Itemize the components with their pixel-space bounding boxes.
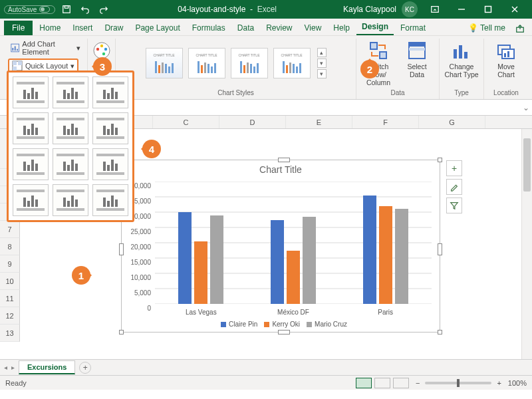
tab-insert[interactable]: Insert <box>67 21 98 35</box>
quick-layout-icon <box>12 61 23 71</box>
sheet-tab-excursions[interactable]: Excursions <box>19 360 75 374</box>
chart-legend[interactable]: Claire PinKerry OkiMario Cruz <box>122 321 440 328</box>
tab-view[interactable]: View <box>299 21 327 35</box>
chart-elements-button[interactable]: + <box>446 160 462 176</box>
col-f[interactable]: F <box>352 116 419 128</box>
chart-style-4[interactable]: CHART TITLE <box>273 48 311 78</box>
resize-handle[interactable] <box>438 158 442 162</box>
zoom-slider[interactable] <box>425 382 491 384</box>
tell-me[interactable]: 💡 Tell me <box>463 21 511 35</box>
svg-rect-1 <box>65 6 68 9</box>
layout-option-7[interactable] <box>13 148 49 180</box>
select-data-button[interactable]: SelectData <box>399 39 435 78</box>
svg-rect-25 <box>459 45 462 59</box>
layout-option-5[interactable] <box>53 112 88 144</box>
layout-option-11[interactable] <box>53 184 88 216</box>
group-type: Type <box>454 88 469 99</box>
add-sheet-button[interactable]: + <box>79 362 91 374</box>
view-page-layout-icon[interactable] <box>374 378 390 388</box>
chart-plot-area[interactable]: 05,00010,00015,00020,00025,00030,00035,0… <box>155 182 432 304</box>
resize-handle[interactable] <box>119 330 124 334</box>
tab-file[interactable]: File <box>4 21 33 35</box>
move-chart-button[interactable]: MoveChart <box>488 39 524 78</box>
chart-filters-button[interactable] <box>446 198 462 213</box>
tab-design[interactable]: Design <box>356 19 394 35</box>
chart-styles-button[interactable] <box>446 179 462 195</box>
chart-element-icon <box>11 43 19 53</box>
layout-option-12[interactable] <box>92 184 128 216</box>
layout-option-9[interactable] <box>92 148 128 180</box>
layout-option-2[interactable] <box>53 76 88 108</box>
svg-rect-11 <box>13 61 17 65</box>
select-data-icon <box>406 40 428 61</box>
svg-rect-22 <box>409 43 425 47</box>
col-e[interactable]: E <box>286 116 352 128</box>
svg-point-16 <box>100 45 102 47</box>
tab-help[interactable]: Help <box>328 21 355 35</box>
expand-formula-icon[interactable]: ⌄ <box>520 103 532 112</box>
chart-title[interactable]: Chart Title <box>122 160 440 176</box>
window-title: 04-layout-and-style - Excel <box>111 5 343 14</box>
vertical-scrollbar[interactable] <box>521 129 532 359</box>
maximize-icon[interactable] <box>475 0 501 19</box>
autosave-toggle[interactable]: AutoSave <box>4 5 55 14</box>
tab-nav-next-icon[interactable]: ▸ <box>11 364 15 371</box>
zoom-out-button[interactable]: − <box>416 379 420 387</box>
tab-nav-prev-icon[interactable]: ◂ <box>4 364 7 371</box>
chevron-down-icon[interactable]: ▾ <box>317 59 327 68</box>
resize-handle[interactable] <box>278 158 290 162</box>
move-chart-icon <box>495 40 517 61</box>
view-page-break-icon[interactable] <box>393 378 409 388</box>
layout-option-1[interactable] <box>13 76 49 108</box>
col-c[interactable]: C <box>153 116 219 128</box>
svg-rect-30 <box>507 51 509 57</box>
layout-option-6[interactable] <box>92 112 128 144</box>
avatar[interactable]: KC <box>402 1 418 17</box>
tab-home[interactable]: Home <box>34 21 66 35</box>
chart-bars <box>155 182 432 304</box>
expand-gallery-icon[interactable]: ▾ <box>317 69 327 78</box>
layout-option-8[interactable] <box>53 148 88 180</box>
chart-object[interactable]: Chart Title 05,00010,00015,00020,00025,0… <box>121 160 440 332</box>
callout-1: 1 <box>72 266 90 285</box>
group-data: Data <box>390 88 404 99</box>
tab-draw[interactable]: Draw <box>99 21 128 35</box>
tab-format[interactable]: Format <box>395 21 431 35</box>
view-normal-icon[interactable] <box>356 378 372 388</box>
chart-style-1[interactable]: CHART TITLE <box>146 48 183 78</box>
style-scroll[interactable]: ▴ ▾ ▾ <box>317 48 327 78</box>
redo-icon[interactable] <box>96 2 111 17</box>
callout-2: 2 <box>360 60 379 78</box>
chart-style-2[interactable]: CHART TITLE <box>188 48 225 78</box>
zoom-in-button[interactable]: + <box>497 379 501 387</box>
share-icon[interactable] <box>512 24 528 35</box>
group-location: Location <box>493 88 519 99</box>
resize-handle[interactable] <box>119 243 124 255</box>
callout-3: 3 <box>93 57 112 76</box>
zoom-level[interactable]: 100% <box>508 379 527 387</box>
add-chart-element-button[interactable]: Add Chart Element ▾ <box>8 39 83 57</box>
tab-page-layout[interactable]: Page Layout <box>130 21 185 35</box>
formula-input[interactable] <box>94 100 520 115</box>
layout-option-10[interactable] <box>13 184 49 216</box>
minimize-icon[interactable] <box>448 0 475 19</box>
col-g[interactable]: G <box>419 116 485 128</box>
undo-icon[interactable] <box>78 2 92 17</box>
tab-formulas[interactable]: Formulas <box>187 21 231 35</box>
chevron-up-icon[interactable]: ▴ <box>317 48 327 57</box>
close-icon[interactable] <box>501 0 528 19</box>
ribbon-options-icon[interactable] <box>422 0 448 19</box>
layout-option-4[interactable] <box>13 112 49 144</box>
chart-style-3[interactable]: CHART TITLE <box>231 48 268 78</box>
resize-handle[interactable] <box>438 243 442 255</box>
change-chart-type-button[interactable]: ChangeChart Type <box>444 39 479 78</box>
resize-handle[interactable] <box>438 330 442 334</box>
save-icon[interactable] <box>59 2 74 17</box>
col-d[interactable]: D <box>219 116 286 128</box>
tab-data[interactable]: Data <box>232 21 259 35</box>
layout-option-3[interactable] <box>92 76 128 108</box>
svg-rect-8 <box>15 46 16 51</box>
svg-rect-0 <box>63 6 70 13</box>
tab-review[interactable]: Review <box>261 21 297 35</box>
resize-handle[interactable] <box>278 330 290 334</box>
